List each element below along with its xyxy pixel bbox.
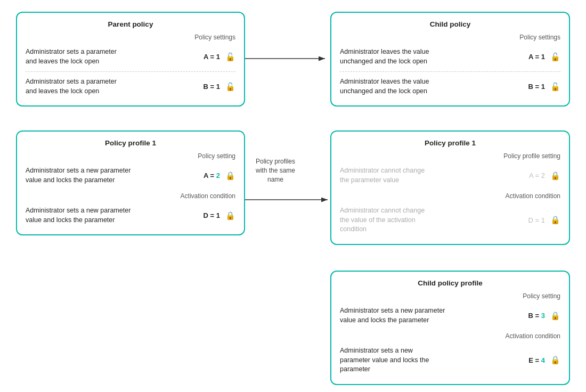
child-policy-row2-lock: 🔓 [550,82,560,92]
pp1-right-row-1: Administrator cannot changethe parameter… [340,163,560,188]
pp1-right-row2-lock: 🔒 [550,215,560,225]
pp1-left-row2-desc: Administrator sets a new parametervalue … [26,206,193,225]
parent-policy-row1-value: A = 1 [193,53,220,61]
cpp-row1-lock: 🔒 [550,311,560,321]
child-policy-section1-label: Policy settings [519,34,560,41]
parent-policy-row-2: Administrator sets a parameterand leaves… [26,74,235,99]
cpp-row2-desc: Administrator sets a newparameter value … [340,346,518,374]
arrow-middle [245,192,333,208]
pp1-left-row-2: Administrator sets a new parametervalue … [26,203,235,228]
child-policy-profile-title: Child policy profile [340,279,560,287]
middle-label: Policy profiles with the same name [251,157,299,184]
parent-policy-row1-lock: 🔓 [225,52,235,62]
pp1-left-row-1: Administrator sets a new parametervalue … [26,163,235,188]
parent-policy-title: Parent policy [26,20,235,28]
arrow-top [245,51,330,67]
child-policy-row-2: Administrator leaves the valueunchanged … [340,74,560,99]
diagram: Parent policy Policy settings Administra… [0,0,586,392]
cpp-section2-label: Activation condition [506,332,560,340]
pp1-left-section1-label: Policy setting [198,152,235,160]
policy-profile1-left-card: Policy profile 1 Policy setting Administ… [16,130,245,235]
pp1-right-section2-label: Activation condition [506,192,560,200]
policy-profile1-right-title: Policy profile 1 [340,139,560,147]
pp1-right-row2-desc: Administrator cannot changethe value of … [340,206,518,234]
child-policy-row1-value: A = 1 [518,53,545,61]
cpp-section1-label: Policy setting [523,292,560,300]
cpp-row1-value: B = 3 [518,312,545,320]
child-policy-row1-lock: 🔓 [550,52,560,62]
cpp-row1-desc: Administrator sets a new parametervalue … [340,306,518,325]
pp1-right-section1-label: Policy profile setting [503,152,560,160]
pp1-left-row1-desc: Administrator sets a new parametervalue … [26,166,193,185]
child-policy-row1-desc: Administrator leaves the valueunchanged … [340,47,518,66]
pp1-left-row1-value: A = 2 [193,172,220,179]
parent-policy-row-1: Administrator sets a parameterand leaves… [26,44,235,69]
pp1-left-row2-value: D = 1 [193,211,220,219]
parent-policy-row2-desc: Administrator sets a parameterand leaves… [26,77,193,96]
policy-profile1-left-title: Policy profile 1 [26,139,235,147]
parent-policy-section1-label: Policy settings [194,34,235,41]
cpp-row2-lock: 🔒 [550,355,560,365]
parent-policy-row2-lock: 🔓 [225,82,235,92]
child-policy-row-1: Administrator leaves the valueunchanged … [340,44,560,69]
child-policy-profile-card: Child policy profile Policy setting Admi… [330,271,570,385]
cpp-row2-value: E = 4 [518,356,545,364]
cpp-row-1: Administrator sets a new parametervalue … [340,303,560,328]
child-policy-card: Child policy Policy settings Administrat… [330,12,570,107]
cpp-row-2: Administrator sets a newparameter value … [340,343,560,378]
child-policy-row2-desc: Administrator leaves the valueunchanged … [340,77,518,96]
parent-policy-row2-value: B = 1 [193,83,220,91]
pp1-right-row-2: Administrator cannot changethe value of … [340,203,560,238]
parent-policy-card: Parent policy Policy settings Administra… [16,12,245,107]
pp1-right-row1-lock: 🔒 [550,171,560,181]
policy-profile1-right-card: Policy profile 1 Policy profile setting … [330,130,570,245]
pp1-left-row1-lock: 🔒 [225,171,235,181]
pp1-left-section2-label: Activation condition [181,192,235,200]
pp1-right-row1-desc: Administrator cannot changethe parameter… [340,166,518,185]
child-policy-title: Child policy [340,20,560,28]
pp1-right-row1-value: A = 2 [518,172,545,179]
child-policy-row2-value: B = 1 [518,83,545,91]
pp1-left-row2-lock: 🔒 [225,211,235,220]
pp1-right-row2-value: D = 1 [518,216,545,224]
parent-policy-row1-desc: Administrator sets a parameterand leaves… [26,47,193,66]
